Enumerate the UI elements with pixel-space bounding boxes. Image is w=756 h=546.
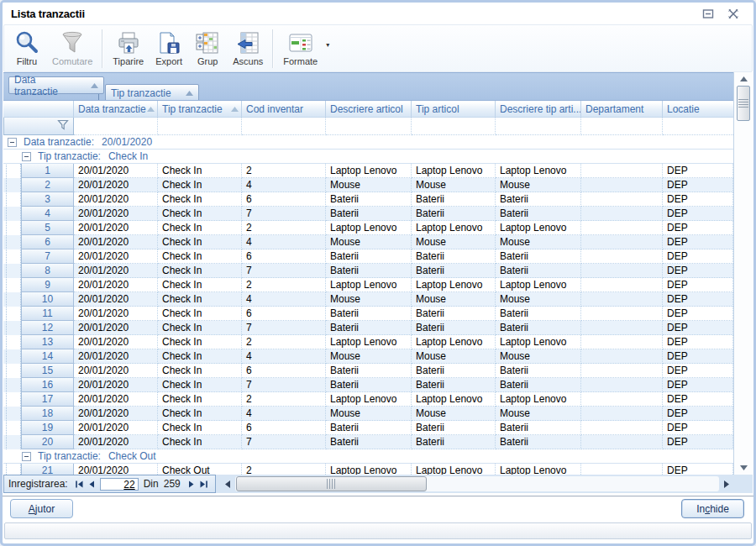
table-cell[interactable] [581, 249, 663, 264]
table-row[interactable]: 1220/01/2020Check In7BateriiBateriiBater… [3, 321, 733, 335]
row-indicator[interactable]: 13 [21, 335, 74, 349]
row-indicator[interactable]: 18 [21, 407, 74, 421]
table-cell[interactable]: Baterii [326, 321, 412, 335]
table-cell[interactable]: Check In [158, 292, 242, 307]
table-cell[interactable]: Baterii [496, 421, 581, 435]
table-cell[interactable]: DEP [663, 421, 733, 435]
table-cell[interactable]: Baterii [412, 364, 496, 378]
table-cell[interactable]: Laptop Lenovo [496, 335, 581, 349]
table-cell[interactable]: 2 [242, 335, 326, 349]
scroll-down-icon[interactable] [734, 462, 753, 474]
collapse-icon[interactable] [22, 452, 31, 461]
table-cell[interactable]: Baterii [412, 249, 496, 264]
table-cell[interactable]: Mouse [496, 178, 581, 192]
row-indicator[interactable]: 17 [21, 392, 74, 407]
table-cell[interactable]: 20/01/2020 [74, 335, 158, 349]
table-cell[interactable]: Check In [158, 321, 242, 335]
table-cell[interactable] [581, 407, 663, 421]
table-cell[interactable]: Baterii [326, 207, 412, 221]
table-cell[interactable]: Baterii [412, 378, 496, 392]
row-indicator[interactable]: 5 [21, 221, 74, 235]
table-cell[interactable]: 20/01/2020 [74, 392, 158, 407]
table-cell[interactable]: Check In [158, 249, 242, 264]
column-header-tip-tranzactie[interactable]: Tip tranzactie [158, 101, 242, 117]
table-cell[interactable]: Baterii [412, 207, 496, 221]
table-cell[interactable]: Mouse [326, 349, 412, 364]
table-cell[interactable]: Baterii [496, 264, 581, 278]
scroll-up-icon[interactable] [734, 73, 753, 85]
table-cell[interactable]: Check In [158, 392, 242, 407]
column-header-tip-articol[interactable]: Tip articol [412, 101, 496, 117]
table-cell[interactable]: Mouse [412, 407, 496, 421]
table-cell[interactable]: Laptop Lenovo [496, 278, 581, 292]
column-header-locatie[interactable]: Locatie [663, 101, 733, 117]
table-cell[interactable]: Baterii [326, 307, 412, 321]
table-cell[interactable]: Mouse [496, 407, 581, 421]
table-row[interactable]: 520/01/2020Check In2Laptop LenovoLaptop … [3, 221, 733, 235]
table-cell[interactable]: 6 [242, 249, 326, 264]
table-cell[interactable] [581, 278, 663, 292]
table-cell[interactable]: 2 [242, 392, 326, 407]
row-indicator[interactable]: 11 [21, 307, 74, 321]
table-cell[interactable]: Baterii [412, 321, 496, 335]
column-header-departament[interactable]: Departament [581, 101, 663, 117]
table-cell[interactable]: Laptop Lenovo [496, 392, 581, 407]
table-cell[interactable]: 6 [242, 421, 326, 435]
table-cell[interactable]: 20/01/2020 [74, 235, 158, 249]
table-cell[interactable]: 7 [242, 435, 326, 449]
last-record-button[interactable] [198, 479, 211, 490]
filter-cell[interactable] [663, 118, 733, 135]
filter-cell[interactable] [158, 118, 242, 135]
table-cell[interactable] [581, 364, 663, 378]
table-cell[interactable] [581, 192, 663, 207]
table-cell[interactable]: 20/01/2020 [74, 292, 158, 307]
table-cell[interactable]: Laptop Lenovo [326, 464, 412, 475]
row-indicator[interactable]: 6 [21, 235, 74, 249]
row-indicator[interactable]: 8 [21, 264, 74, 278]
hidden-columns-button[interactable]: Ascuns [227, 28, 269, 67]
table-cell[interactable]: Mouse [412, 292, 496, 307]
table-cell[interactable]: Baterii [496, 364, 581, 378]
table-cell[interactable]: 20/01/2020 [74, 464, 158, 475]
format-button[interactable]: Formate [277, 28, 323, 67]
table-cell[interactable]: Baterii [412, 307, 496, 321]
table-cell[interactable]: Mouse [496, 292, 581, 307]
table-cell[interactable]: DEP [663, 249, 733, 264]
horizontal-scroll-thumb[interactable] [236, 476, 427, 491]
table-cell[interactable]: Laptop Lenovo [412, 464, 496, 475]
table-cell[interactable]: Baterii [496, 192, 581, 207]
table-cell[interactable]: DEP [663, 207, 733, 221]
table-cell[interactable]: Baterii [412, 192, 496, 207]
table-cell[interactable]: Baterii [326, 364, 412, 378]
table-cell[interactable]: 4 [242, 178, 326, 192]
table-cell[interactable]: DEP [663, 335, 733, 349]
horizontal-scrollbar[interactable] [218, 476, 732, 491]
table-cell[interactable]: Laptop Lenovo [326, 392, 412, 407]
table-row[interactable]: 1920/01/2020Check In6BateriiBateriiBater… [3, 421, 733, 435]
table-cell[interactable]: Check In [158, 364, 242, 378]
table-cell[interactable]: Laptop Lenovo [412, 335, 496, 349]
table-cell[interactable]: 20/01/2020 [74, 421, 158, 435]
group-button[interactable]: Grup [188, 28, 227, 67]
filter-cell[interactable] [242, 118, 326, 135]
filter-cell[interactable] [412, 118, 496, 135]
table-cell[interactable]: Laptop Lenovo [326, 164, 412, 178]
table-cell[interactable]: 20/01/2020 [74, 407, 158, 421]
table-cell[interactable]: Check Out [158, 464, 242, 475]
row-indicator[interactable]: 7 [21, 249, 74, 264]
table-cell[interactable]: DEP [663, 364, 733, 378]
table-cell[interactable]: Check In [158, 278, 242, 292]
table-row[interactable]: 120/01/2020Check In2Laptop LenovoLaptop … [3, 164, 733, 178]
table-cell[interactable]: 6 [242, 364, 326, 378]
row-indicator[interactable]: 21 [21, 464, 74, 475]
table-cell[interactable]: Check In [158, 164, 242, 178]
table-row[interactable]: 720/01/2020Check In6BateriiBateriiBateri… [3, 249, 733, 264]
record-number-input[interactable]: 22 [100, 478, 139, 491]
table-cell[interactable]: 20/01/2020 [74, 264, 158, 278]
table-cell[interactable]: Laptop Lenovo [326, 278, 412, 292]
table-cell[interactable]: 20/01/2020 [74, 364, 158, 378]
table-row[interactable]: 320/01/2020Check In6BateriiBateriiBateri… [3, 192, 733, 207]
table-cell[interactable]: Check In [158, 235, 242, 249]
previous-record-button[interactable] [86, 479, 98, 490]
table-cell[interactable]: Check In [158, 264, 242, 278]
